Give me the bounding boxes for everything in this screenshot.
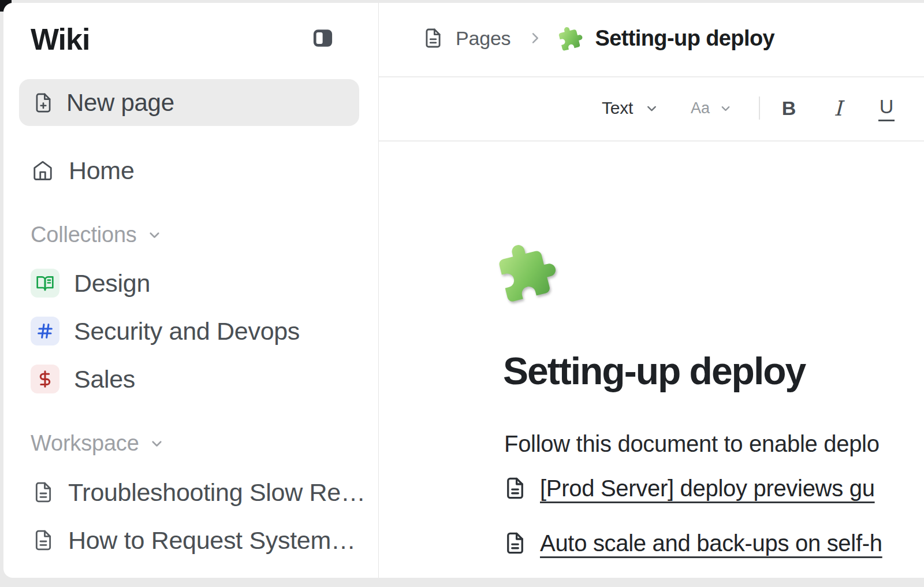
- font-size-label: Aa: [691, 99, 710, 117]
- sidebar-item-design[interactable]: Design: [31, 269, 150, 298]
- toolbar-separator: [759, 96, 760, 120]
- block-type-dropdown[interactable]: Text: [602, 94, 659, 122]
- sidebar-item-home[interactable]: Home: [32, 156, 135, 185]
- bold-icon: B: [782, 97, 796, 120]
- home-icon: [32, 159, 54, 181]
- italic-button[interactable]: I: [822, 94, 854, 122]
- breadcrumb: Pages Setting-up deploy: [422, 23, 774, 53]
- underline-button[interactable]: U: [870, 94, 903, 122]
- workspace-title: Wiki: [31, 22, 90, 53]
- document-emoji-puzzle: [497, 241, 558, 302]
- document-link-row: Auto scale and back-ups on self-h: [503, 527, 882, 559]
- chevron-down-icon: [147, 227, 162, 243]
- block-type-label: Text: [602, 98, 633, 118]
- hash-icon: [31, 317, 59, 345]
- chevron-down-icon: [644, 101, 659, 116]
- italic-icon: I: [834, 96, 842, 120]
- chevron-down-icon: [149, 436, 165, 451]
- document-icon: [503, 476, 527, 500]
- toolbar-divider: [379, 140, 924, 142]
- sidebar-toggle-icon: [311, 26, 335, 50]
- new-page-icon: [32, 92, 54, 114]
- document-icon: [422, 27, 444, 49]
- new-page-button[interactable]: New page: [19, 79, 359, 126]
- collections-label: Collections: [31, 222, 137, 247]
- document-title: Setting-up deploy: [503, 349, 805, 393]
- document-icon: [32, 529, 55, 552]
- puzzle-emoji-icon: [558, 25, 583, 51]
- book-open-icon: [31, 269, 59, 298]
- toggle-sidebar-button[interactable]: [311, 26, 335, 50]
- sidebar-item-how-to-request[interactable]: How to Request System…: [32, 526, 356, 555]
- bold-button[interactable]: B: [773, 94, 805, 122]
- dollar-icon: [31, 365, 59, 393]
- sidebar-item-label: Security and Devops: [74, 317, 300, 345]
- document-intro-text: Follow this document to enable deplo: [504, 430, 880, 458]
- underline-icon: U: [878, 95, 895, 121]
- chevron-down-icon: [719, 102, 732, 115]
- sidebar-item-label: How to Request System…: [68, 526, 356, 555]
- breadcrumb-current-page: Setting-up deploy: [595, 26, 774, 51]
- sidebar-divider: [378, 3, 379, 578]
- sidebar-item-troubleshooting[interactable]: Troubleshooting Slow Re…: [32, 478, 366, 507]
- sidebar-item-sales[interactable]: Sales: [31, 365, 135, 393]
- new-page-label: New page: [66, 89, 174, 117]
- document-link[interactable]: [Prod Server] deploy previews gu: [540, 475, 875, 501]
- sidebar-item-label: Design: [74, 269, 150, 298]
- document-icon: [32, 481, 55, 504]
- breadcrumb-pages-link[interactable]: Pages: [456, 27, 511, 50]
- sidebar-item-label: Home: [69, 157, 135, 185]
- workspace-label: Workspace: [31, 431, 139, 456]
- chevron-right-icon: [527, 30, 543, 46]
- header-divider: [379, 76, 924, 77]
- sidebar-item-label: Troubleshooting Slow Re…: [68, 478, 366, 507]
- font-size-dropdown[interactable]: Aa: [691, 94, 732, 122]
- document-link[interactable]: Auto scale and back-ups on self-h: [540, 530, 882, 556]
- document-icon: [503, 531, 527, 555]
- sidebar-item-label: Sales: [74, 365, 135, 393]
- collections-section-header[interactable]: Collections: [31, 222, 162, 247]
- workspace-section-header[interactable]: Workspace: [31, 430, 165, 456]
- sidebar-item-security-and-devops[interactable]: Security and Devops: [31, 317, 300, 345]
- document-link-row: [Prod Server] deploy previews gu: [503, 473, 875, 504]
